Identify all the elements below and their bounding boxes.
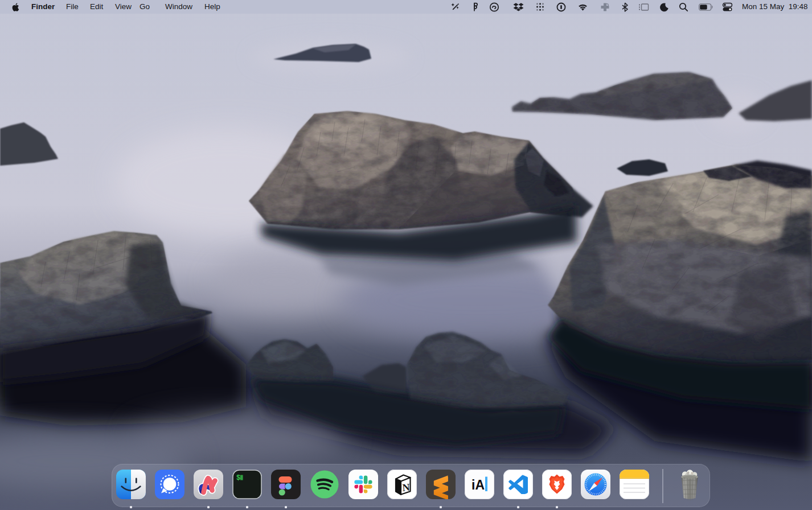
svg-text:$: $	[236, 474, 240, 482]
svg-text:iA: iA	[471, 478, 485, 492]
svg-text:N: N	[402, 482, 410, 493]
